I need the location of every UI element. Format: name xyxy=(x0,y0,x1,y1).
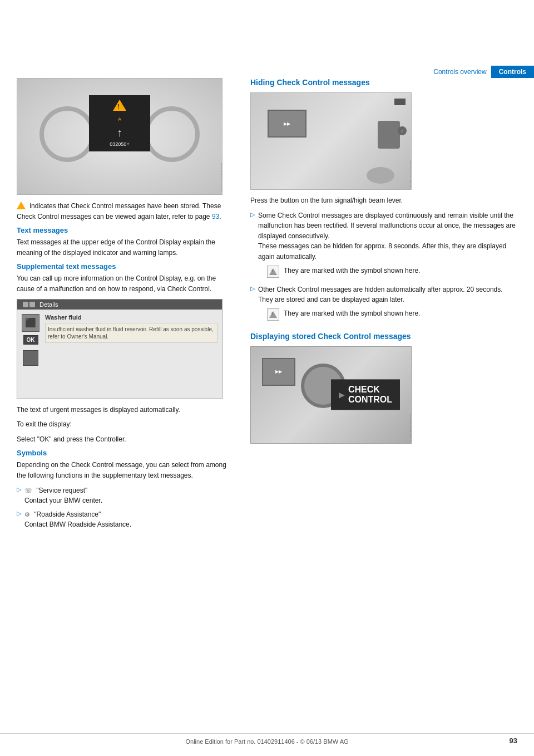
iDrive-display: ▶▶ xyxy=(268,110,306,138)
details-image: Details ⬛ OK Washer fluid Insufficient w… xyxy=(17,299,222,399)
some-messages-content: Some Check Control messages are displaye… xyxy=(258,210,517,281)
bullet-some-messages: ▷ Some Check Control messages are displa… xyxy=(250,210,517,281)
right-gauge xyxy=(144,106,200,162)
watermark-2: WK0m55.08a xyxy=(409,160,412,187)
display-content-2: ▶▶ xyxy=(275,369,282,374)
two-columns: A ↑ 032050+ WK0060.00.06 indicates that … xyxy=(17,78,517,533)
item-title: Washer fluid xyxy=(45,314,217,321)
hiding-image: ▶▶ ○ WK0m55.08a xyxy=(250,92,412,190)
symbol-box-1: They are marked with the symbol shown he… xyxy=(267,266,517,278)
supplemental-body: You can call up more information on the … xyxy=(17,273,234,294)
some-messages-text: Some Check Control messages are displaye… xyxy=(258,212,516,261)
iDrive-display-2: ▶▶ xyxy=(262,358,295,386)
square-icon-2 xyxy=(29,302,35,307)
triangle-warning-icon-1 xyxy=(269,268,277,275)
washer-icon: ⬛ xyxy=(22,314,39,332)
breadcrumb-current: Controls xyxy=(491,66,534,78)
section-heading-text-messages: Text messages xyxy=(17,226,234,234)
displaying-heading: Displaying stored Check Control messages xyxy=(250,332,517,341)
bullet-other-messages: ▷ Other Check Control messages are hidde… xyxy=(250,284,517,324)
after-details-1: The text of urgent messages is displayed… xyxy=(17,405,234,415)
bullet-arrow-1: ▷ xyxy=(17,486,21,493)
bullet-roadside: ▷ ⚙ "Roadside Assistance" Contact BMW Ro… xyxy=(17,509,234,530)
left-column: A ↑ 032050+ WK0060.00.06 indicates that … xyxy=(17,78,234,533)
warning-triangle-inline-icon xyxy=(17,202,26,209)
service-icon: ☏ xyxy=(24,487,32,494)
warning-intro-text: indicates that Check Control messages ha… xyxy=(17,200,234,222)
instrument-cluster-image: A ↑ 032050+ WK0060.00.06 xyxy=(17,78,222,195)
footer: Online Edition for Part no. 01402911406 … xyxy=(0,733,534,745)
hide-cluster-sim: ▶▶ ○ xyxy=(251,93,411,189)
main-content: A ↑ 032050+ WK0060.00.06 indicates that … xyxy=(17,78,517,723)
roadside-text: ⚙ "Roadside Assistance" Contact BMW Road… xyxy=(24,509,131,530)
other-messages-content: Other Check Control messages are hidden … xyxy=(258,284,517,324)
right-column: Hiding Check Control messages ▶▶ ○ WK0m5… xyxy=(250,78,517,533)
lever-button: ○ xyxy=(398,126,407,135)
text-messages-body: Text messages at the upper edge of the C… xyxy=(17,237,234,258)
left-gauge xyxy=(39,106,95,162)
details-header-label: Details xyxy=(39,301,58,308)
service-sub: Contact your BMW center. xyxy=(24,497,102,504)
center-display: A ↑ 032050+ xyxy=(89,95,150,151)
check-control-display-box: ▶ CHECKCONTROL xyxy=(331,380,400,410)
symbol-text-2: They are marked with the symbol shown he… xyxy=(284,308,420,318)
ok-button[interactable]: OK xyxy=(23,335,38,345)
roadside-sub: Contact BMW Roadside Assistance. xyxy=(24,521,131,528)
displaying-stored-image: ▶▶ ▶ CHECKCONTROL WK0m60.04n xyxy=(250,346,412,444)
section-heading-supplemental: Supplemental text messages xyxy=(17,262,234,271)
cc-arrow-icon: ▶ xyxy=(339,390,345,399)
warning-intro-body: indicates that Check Control messages ha… xyxy=(17,202,221,220)
warning-triangle-icon xyxy=(113,100,126,111)
display-number: 032050+ xyxy=(110,141,129,147)
footer-text: Online Edition for Part no. 01402911406 … xyxy=(185,738,348,745)
service-label: "Service request" xyxy=(36,487,87,494)
bullet-arrow-r1: ▷ xyxy=(250,211,255,218)
hiding-body: Press the button on the turn signal/high… xyxy=(250,195,517,206)
breadcrumb: Controls overview Controls xyxy=(256,66,534,78)
watermark-1: WK0060.00.06 xyxy=(220,163,222,192)
symbols-body: Depending on the Check Control message, … xyxy=(17,460,234,480)
details-right: Washer fluid Insufficient washer fluid i… xyxy=(45,314,217,343)
symbol-box-2: They are marked with the symbol shown he… xyxy=(267,308,517,321)
symbol-text-1: They are marked with the symbol shown he… xyxy=(284,266,420,276)
lever-sim: ○ xyxy=(378,121,400,149)
triangle-warning-icon-2 xyxy=(269,311,277,318)
symbol-icon-1 xyxy=(267,266,279,278)
display-text: A xyxy=(118,116,121,122)
washer-icon-symbol: ⬛ xyxy=(25,317,36,328)
cluster-sim: A ↑ 032050+ xyxy=(17,78,222,194)
bullet-arrow-r2: ▷ xyxy=(250,285,255,292)
service-request-text: ☏ "Service request" Contact your BMW cen… xyxy=(24,485,102,506)
roadside-icon: ⚙ xyxy=(24,511,30,518)
details-body: ⬛ OK Washer fluid Insufficient washer fl… xyxy=(17,310,222,399)
bullet-service-request: ▷ ☏ "Service request" Contact your BMW c… xyxy=(17,485,234,506)
display-content: ▶▶ xyxy=(284,121,290,126)
symbol-icon-2 xyxy=(267,308,279,321)
details-squares-icon xyxy=(23,302,35,307)
check-control-text: CHECKCONTROL xyxy=(348,385,392,405)
details-icon-bottom xyxy=(23,350,38,366)
section-heading-symbols: Symbols xyxy=(17,449,234,457)
details-left: ⬛ OK xyxy=(22,314,39,366)
details-header: Details xyxy=(17,300,222,310)
bullet-arrow-2: ▷ xyxy=(17,510,21,517)
breadcrumb-overview: Controls overview xyxy=(429,66,491,78)
after-details-3: Select "OK" and press the Controller. xyxy=(17,434,234,445)
roadside-label: "Roadside Assistance" xyxy=(34,510,101,518)
hiding-heading: Hiding Check Control messages xyxy=(250,78,517,87)
page-link[interactable]: 93 xyxy=(212,213,219,220)
lever-button-icon: ○ xyxy=(401,129,403,133)
other-messages-text: Other Check Control messages are hidden … xyxy=(258,286,503,304)
after-details-2: To exit the display: xyxy=(17,419,234,430)
top-right-indicator xyxy=(394,99,406,105)
stored-cluster-sim: ▶▶ ▶ CHECKCONTROL xyxy=(251,347,411,443)
watermark-3: WK0m60.04n xyxy=(409,414,412,440)
display-arrow: ↑ xyxy=(117,126,122,139)
square-icon-1 xyxy=(23,302,28,307)
item-description: Insufficient washer fluid in fluid reser… xyxy=(45,323,217,343)
wheel-sim xyxy=(367,167,394,184)
page-number: 93 xyxy=(510,737,517,745)
